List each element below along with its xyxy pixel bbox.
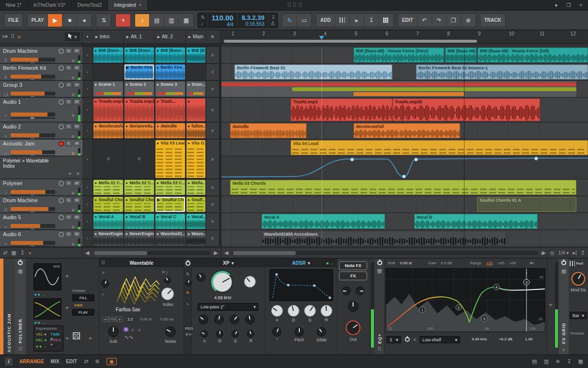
stop-clips-button[interactable]: ▪: [82, 179, 93, 196]
track-swap-icon[interactable]: ⇄: [3, 250, 7, 256]
arranger-clip[interactable]: 808 (Bass-08): [445, 48, 477, 63]
feg-label[interactable]: FEG: [185, 326, 193, 331]
wavetable-3d-graphic[interactable]: [113, 270, 159, 308]
wt-semitone-value[interactable]: 0.00 st: [140, 317, 152, 321]
add-import-icon[interactable]: ↧: [364, 14, 379, 27]
eq-band-shape-icon[interactable]: ≺: [413, 337, 417, 342]
scene-header[interactable]: ▸Intro: [93, 30, 124, 43]
pan-slider[interactable]: [11, 117, 55, 119]
track-menu-icon[interactable]: ≡: [72, 58, 75, 64]
active-panel-toggle[interactable]: ▣: [107, 358, 117, 365]
launcher-clip[interactable]: ▸Mella...: [186, 180, 205, 195]
solo-button[interactable]: S: [65, 65, 72, 71]
launcher-clip[interactable]: ▸Soulful Cho...: [124, 197, 154, 212]
device-remove-icon[interactable]: ×: [77, 171, 79, 176]
eq-band-gain-value[interactable]: +6.2 dB: [499, 337, 512, 341]
arranger-clip[interactable]: 808 (Bass-08) - House Force (full): [478, 48, 588, 63]
record-button[interactable]: ●: [77, 14, 92, 27]
launcher-alt-cell[interactable]: ≡: [206, 47, 219, 64]
window-restore-icon[interactable]: ❐: [566, 2, 571, 8]
launcher-clip[interactable]: ▸Vocal A: [93, 214, 123, 229]
arranger-clip[interactable]: TrashLoop1: [291, 98, 392, 121]
clip-slot[interactable]: ▸TrashLoop1: [93, 98, 124, 122]
clip-slot[interactable]: ▸: [186, 98, 206, 122]
record-arm-button[interactable]: [59, 99, 64, 105]
clip-play-icon[interactable]: ▶: [126, 65, 129, 70]
automation-point[interactable]: [415, 158, 418, 161]
mod-wheel-display[interactable]: MW: [33, 263, 62, 290]
volume-slider[interactable]: [11, 241, 55, 245]
stop-clips-button[interactable]: ▪: [82, 140, 93, 179]
punch-in-button[interactable]: ▤: [150, 14, 164, 27]
xp-dropdown-icon[interactable]: ▾: [232, 260, 234, 266]
eq-expand-icon[interactable]: ⠿: [377, 346, 381, 352]
pan-slider[interactable]: [11, 155, 55, 157]
launcher-clip[interactable]: ▸Trash...: [155, 98, 185, 121]
solo-button[interactable]: S: [65, 231, 72, 237]
volume-slider[interactable]: [11, 58, 55, 62]
add-device-button[interactable]: +: [549, 301, 553, 308]
track-header[interactable]: Acoustic JamSM♪≡: [0, 140, 82, 156]
mod-depth-knob[interactable]: [573, 273, 584, 285]
clip-play-icon[interactable]: ▸: [157, 124, 159, 128]
clip-slot[interactable]: ▸Trash...: [155, 98, 186, 122]
record-arm-button[interactable]: [59, 215, 64, 220]
eq-band-type-select[interactable]: Low-shelf▾: [419, 336, 460, 343]
adsr-envelope-display[interactable]: [269, 269, 333, 301]
clip-play-icon[interactable]: ▸: [188, 82, 190, 87]
sub-octave-minus1[interactable]: -1: [130, 328, 134, 332]
document-tab[interactable]: Integrated×: [108, 0, 148, 10]
xp-cutoff-value[interactable]: 4.59 kHz: [209, 295, 236, 300]
vel-sens-knob[interactable]: [348, 301, 358, 312]
arranger-lane[interactable]: Mella 03 Chords: [221, 179, 588, 196]
amp-s-knob[interactable]: [304, 305, 316, 317]
arranger-clip[interactable]: 808 (Bass-08) - House Force (intro): [354, 48, 444, 63]
volume-slider[interactable]: [11, 224, 55, 228]
wt-detune-knob[interactable]: [164, 277, 171, 284]
scene-alt-column-header[interactable]: ≡: [206, 30, 219, 43]
polymer-device-strip[interactable]: ▦ POLYMER ⠿: [15, 258, 26, 354]
loop-button[interactable]: ↻: [282, 14, 297, 27]
record-arm-button[interactable]: [59, 82, 64, 88]
browser-panel-icon[interactable]: ▤: [532, 358, 537, 365]
mix-view-button[interactable]: MIX: [51, 359, 60, 364]
stop-clips-button[interactable]: ▪: [82, 64, 93, 80]
document-tab[interactable]: DemoTest2: [72, 0, 108, 10]
device-track-label[interactable]: ACOUSTIC JAM: [3, 258, 15, 354]
clip-slot[interactable]: ▸808 (B...: [186, 47, 206, 64]
arranger-clip[interactable]: Vita 04 Lead: [291, 140, 588, 155]
copy-button[interactable]: ❐: [447, 14, 461, 27]
launcher-clip[interactable]: ▶Soulful Cho...: [155, 197, 185, 212]
position-value[interactable]: 8.3.2.39: [242, 14, 264, 21]
clip-slot[interactable]: ▸Soulful Cho...: [124, 196, 155, 213]
add-modulator-3[interactable]: +: [65, 335, 69, 342]
clip-slot[interactable]: ▸Mella 02 C...: [124, 179, 155, 196]
launcher-clip[interactable]: ▶Berlin Fire...: [124, 64, 154, 80]
snap-end-icon[interactable]: ▸|: [573, 250, 576, 256]
automation-point[interactable]: [535, 157, 538, 160]
clip-play-icon[interactable]: ▶: [157, 197, 160, 202]
link-icon[interactable]: ⊕: [95, 358, 99, 365]
clip-play-icon[interactable]: ▸: [95, 214, 97, 219]
launcher-clip[interactable]: ▸808 (B...: [186, 48, 205, 63]
arranger-clip[interactable]: deceleratefall: [354, 123, 460, 138]
launcher-clip[interactable]: ▸Vita 03 Lead: [155, 140, 185, 178]
arranger-clip[interactable]: Berlin Firework Beat 02-bounce-1: [416, 64, 588, 80]
mute-button[interactable]: M: [73, 141, 80, 146]
scene-play-icon[interactable]: ▸: [157, 34, 160, 39]
launcher-clip[interactable]: ▸Mella 02 C...: [124, 180, 154, 195]
track-grid-view-icon[interactable]: ▦: [11, 250, 16, 256]
arranger-lane[interactable]: Soulful Chords 01 A: [221, 196, 588, 213]
launcher-clip[interactable]: ▸Mella 01 C...: [93, 180, 123, 195]
automation-write-button[interactable]: ⇅: [96, 14, 111, 27]
polymer-expand-icon[interactable]: ⠿: [18, 346, 22, 352]
track-header[interactable]: Audio 2SM≈≡: [0, 123, 82, 139]
clip-play-icon[interactable]: ▸: [95, 180, 97, 185]
arranger-lane[interactable]: TrashLoop1TrashLoop2b: [221, 98, 588, 122]
clip-slot[interactable]: ▸Vocal C: [155, 213, 186, 230]
arranger-clip[interactable]: dwindle: [230, 123, 307, 138]
launcher-clip[interactable]: ▸TrashLoop2b: [124, 98, 154, 121]
inspector-panel-icon[interactable]: ▥: [544, 358, 549, 365]
clip-play-icon[interactable]: ▸: [157, 141, 159, 145]
launcher-alt-cell[interactable]: ≡: [206, 140, 219, 179]
